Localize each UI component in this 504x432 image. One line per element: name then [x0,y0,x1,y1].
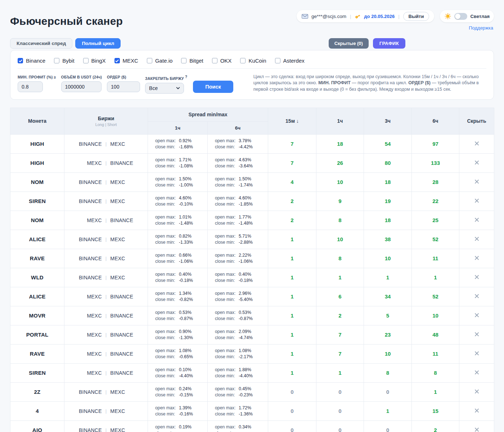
header-15m-sort[interactable]: 15м ↓ [268,108,316,134]
close-min-label: close min: [215,144,239,150]
exchange-filter-item[interactable]: Asterdex [275,58,305,64]
long-exchange: MEXC [64,160,102,166]
cycles-15m-cell: 0 [268,420,316,432]
hide-row-button[interactable] [473,254,481,263]
help-hint[interactable]: ? [185,75,187,79]
cycles-3h-cell: 5 [364,306,412,325]
hide-row-button[interactable] [473,292,481,301]
coin-cell: SIREN [10,363,64,382]
hide-row-button[interactable] [473,388,481,396]
spread-6h-cell: open max:3.78% close min:-4.42% [208,134,268,153]
close-min-value: -0.18% [179,278,193,283]
coin-cell: HIGH [10,134,64,153]
close-min-label: close min: [215,258,239,265]
header-spread-6h: 6ч [208,121,268,134]
table-row: SIREN BINANCE|MEXC open max:4.60% close … [10,192,494,211]
hide-row-button[interactable] [473,216,481,225]
open-max-value: 2.09% [239,329,251,334]
exchange-separator: | [102,427,111,432]
hide-cell [459,401,494,420]
checkbox-icon[interactable] [212,58,217,63]
cycles-3h-cell: 10 [364,344,412,363]
close-min-value: -0.10% [179,202,193,207]
exchange-separator: | [102,275,111,280]
close-min-value: -1.74% [239,183,253,188]
min-profit-field: МИН. ПРОФИТ (%) ≥ [18,75,56,94]
open-max-value: 1.88% [239,367,251,372]
tab-classic-spread[interactable]: Классический спред [10,38,72,49]
exchange-filter-label: Bitget [189,58,203,64]
search-button[interactable]: Поиск [193,81,233,93]
short-exchange: BINANCE [110,370,148,376]
hide-row-button[interactable] [473,350,481,358]
close-min-label: close min: [215,354,239,360]
hide-cell [459,382,494,401]
hide-row-button[interactable] [473,178,481,186]
chart-button[interactable]: ГРАФИК [373,38,405,49]
hide-row-button[interactable] [473,197,481,206]
hidden-button[interactable]: Скрытые (0) [329,38,369,49]
exchange-filter-item[interactable]: Bitget [181,58,203,64]
hide-row-button[interactable] [473,330,481,339]
open-max-label: open max: [155,271,179,278]
hide-row-button[interactable] [473,311,481,320]
hide-row-button[interactable] [473,369,481,377]
pin-exchange-select[interactable]: Все [145,83,184,94]
exchanges-cell: MEXC|BINANCE [64,363,148,382]
order-input[interactable] [107,81,140,92]
cycles-1h-cell: 7 [316,344,364,363]
table-row: SIREN MEXC|BINANCE open max:0.10% close … [10,363,494,382]
long-exchange: MEXC [64,332,102,338]
exchange-filter-item[interactable]: KuCoin [240,58,266,64]
hide-cell [459,420,494,432]
checkbox-icon[interactable] [54,58,59,63]
min-profit-input[interactable] [18,81,43,92]
close-min-value: -2.17% [239,354,253,359]
header-spread: Spread min/max [148,108,268,121]
close-min-value: -0.87% [179,316,193,321]
exchange-filter-item[interactable]: Binance [18,58,45,64]
close-icon [474,198,479,203]
close-icon [474,370,479,375]
header-coin: Монета [10,108,64,134]
volume-input[interactable] [61,81,102,92]
support-link[interactable]: Поддержка [469,25,493,31]
hide-row-button[interactable] [473,426,481,432]
logout-button[interactable]: Выйти [403,12,429,21]
checkbox-icon[interactable] [18,58,23,63]
exchange-filter-item[interactable]: Bybit [54,58,74,64]
tab-full-cycle[interactable]: Полный цикл [75,38,121,49]
hide-row-button[interactable] [473,407,481,415]
short-exchange: BINANCE [110,313,148,319]
open-max-label: open max: [155,157,179,163]
header-exchanges: Биржи Long | Short [64,108,148,134]
close-icon [474,332,479,337]
header-1h-sort[interactable]: 1ч [316,108,364,134]
exchange-filter-item[interactable]: BingX [83,58,106,64]
close-min-label: close min: [215,201,239,207]
checkbox-icon[interactable] [275,58,280,63]
exchange-separator: | [102,332,111,337]
spread-6h-cell: open max:0.53% close min:-0.87% [208,306,268,325]
header-6h-sort[interactable]: 6ч [412,108,459,134]
description-text: — порог профита на цикл. [351,80,408,85]
coin-cell: NOM [10,172,64,192]
exchange-separator: | [102,217,111,223]
checkbox-icon[interactable] [181,58,186,63]
checkbox-icon[interactable] [114,58,120,63]
hide-row-button[interactable] [473,273,481,282]
exchange-filter-item[interactable]: OKX [212,58,232,64]
header-3h-sort[interactable]: 3ч [364,108,412,134]
exchange-filter-item[interactable]: Gate.io [147,58,172,64]
hide-row-button[interactable] [473,140,481,148]
exchange-filter-item[interactable]: MEXC [114,58,138,64]
theme-toggle[interactable] [454,13,467,20]
checkbox-icon[interactable] [147,58,152,63]
checkbox-icon[interactable] [83,58,89,63]
divider: | [350,14,351,19]
exchanges-cell: MEXC|BINANCE [64,211,148,230]
pin-exchange-label: ЗАКРЕПИТЬ БИРЖУ ? [145,75,187,81]
hide-row-button[interactable] [473,235,481,244]
checkbox-icon[interactable] [240,58,246,63]
hide-row-button[interactable] [473,159,481,167]
